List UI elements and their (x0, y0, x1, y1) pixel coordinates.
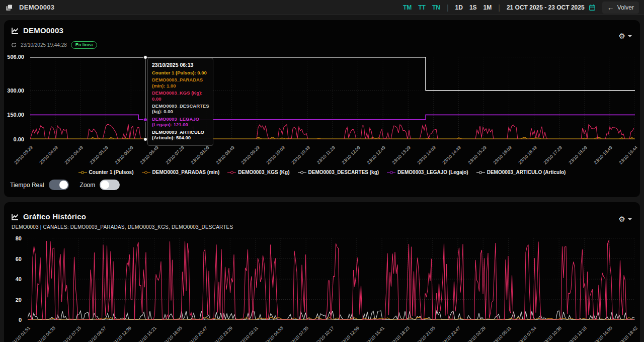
panel-title: Gráfico Histórico (23, 212, 86, 221)
x-tick-label: 21/10 12:39 (112, 325, 133, 342)
interval-button-1m[interactable]: 1M (484, 4, 492, 11)
panel-title: DEMO0003 (23, 26, 63, 35)
tiempo-real-label: Tiempo Real (10, 182, 44, 189)
divider: | (447, 4, 449, 12)
x-tick-label: 21/10 09:57 (87, 325, 107, 342)
x-tick-label: 21/10 23:29 (213, 325, 234, 342)
legend-item[interactable]: DEMO0003_KGS (Kg) (227, 169, 289, 175)
x-tick-label: 22/10 07:35 (289, 325, 310, 342)
x-tick-label: 23/10 12:49 (366, 145, 387, 165)
x-tick-label: 23/10 16:49 (517, 145, 538, 165)
y-tick-label: 300.00 (7, 88, 24, 94)
x-tick-label: 23/10 17:29 (542, 145, 563, 165)
legend-marker-icon (227, 170, 236, 175)
x-tick-label: 23/10 05:29 (89, 145, 110, 165)
x-tick-label: 23/10 14:49 (442, 145, 462, 165)
period-button-tn[interactable]: TN (432, 4, 440, 11)
date-range-picker[interactable]: 21 OCT 2025 - 23 OCT 2025 (507, 4, 596, 11)
tooltip-timestamp: 23/10/2025 06:13 (152, 62, 209, 68)
legend-marker-icon (142, 170, 150, 175)
gear-icon: ⚙ (619, 215, 625, 223)
y-tick-label: 20 (16, 297, 22, 303)
live-chart-plot[interactable] (30, 57, 635, 139)
y-tick-label: 150.00 (7, 112, 24, 118)
legend-marker-icon (78, 170, 87, 175)
legend-label: DEMO0003_KGS (Kg) (238, 169, 289, 175)
x-tick-label: 22/10 12:59 (340, 325, 360, 342)
x-tick-label: 23/10 13:29 (391, 145, 412, 165)
x-axis-labels: 21/10 01:5121/10 04:3321/10 07:1521/10 0… (28, 322, 635, 342)
x-tick-label: 23/10 19:44 (618, 145, 638, 165)
legend-label: DEMO0003_ARTICULO (Articulo) (487, 169, 566, 175)
y-tick-label: 80 (16, 235, 22, 241)
x-tick-label: 23/10 11:29 (316, 145, 336, 165)
x-tick-label: 23/10 06:09 (114, 145, 135, 165)
x-tick-label: 23/10 02:29 (466, 325, 487, 342)
legend-item[interactable]: DEMO0003_ARTICULO (Articulo) (476, 169, 566, 175)
back-arrow-icon: ← (607, 4, 614, 12)
toggle-knob (59, 181, 68, 189)
legend-marker-icon (298, 170, 306, 175)
x-tick-label: 23/10 08:49 (215, 145, 235, 165)
tooltip-row: DEMO0003_PARADAS (min): 1.00 (152, 77, 209, 89)
x-tick-label: 23/10 18:09 (568, 145, 588, 165)
tooltip-row: DEMO0003_DESCARTES (kg): 0.00 (152, 103, 209, 115)
x-tick-label: 23/10 18:49 (593, 145, 613, 165)
y-tick-label: 0.00 (14, 136, 24, 142)
x-tick-label: 23/10 09:29 (240, 145, 261, 165)
back-button[interactable]: ← Volver (602, 2, 639, 14)
tooltip-row: Counter 1 (Pulsos): 0.00 (152, 70, 209, 75)
x-tick-label: 23/10 04:09 (38, 145, 59, 165)
legend-marker-icon (476, 170, 485, 175)
x-tick-label: 21/10 15:21 (137, 325, 158, 342)
legend-item[interactable]: Counter 1 (Pulsos) (78, 169, 134, 175)
line-chart-icon (11, 27, 19, 35)
calendar-icon[interactable] (589, 4, 596, 11)
x-tick-label: 23/10 05:11 (492, 325, 512, 342)
y-tick-label: 0 (19, 317, 22, 323)
x-tick-label: 23/10 12:09 (341, 145, 361, 165)
x-tick-label: 22/10 10:17 (314, 325, 335, 342)
y-tick-label: 40 (16, 276, 22, 282)
zoom-toggle[interactable] (100, 180, 120, 190)
x-tick-label: 23/10 13:18 (568, 325, 588, 342)
legend-item[interactable]: DEMO0003_DESCARTES (kg) (298, 169, 379, 175)
x-tick-label: 22/10 23:47 (441, 325, 461, 342)
chart-settings-button[interactable]: ⚙ (619, 32, 632, 40)
x-tick-label: 22/10 04:53 (264, 325, 284, 342)
chart-legend: Counter 1 (Pulsos)DEMO0003_PARADAS (min)… (4, 169, 640, 175)
x-tick-label: 23/10 16:00 (593, 325, 613, 342)
historic-chart-panel: Gráfico Histórico DEMO0003 | CANALES: DE… (4, 202, 640, 342)
y-axis-labels: 0.00150.00300.00506.00 (4, 57, 27, 139)
chevron-down-icon (628, 35, 632, 37)
historic-chart-plot[interactable] (28, 238, 635, 320)
interval-button-1s[interactable]: 1S (469, 4, 477, 11)
x-tick-label: 23/10 19:42 (618, 325, 638, 342)
chevron-down-icon (628, 218, 632, 220)
chart-settings-button[interactable]: ⚙ (619, 215, 632, 223)
live-chart-panel: DEMO0003 23/10/2025 19:44:28 En línea ⚙ … (4, 20, 640, 197)
legend-label: DEMO0003_DESCARTES (kg) (308, 169, 379, 175)
period-button-tm[interactable]: TM (403, 4, 412, 11)
x-tick-label: 23/10 08:09 (190, 145, 210, 165)
tiempo-real-toggle[interactable] (49, 180, 69, 190)
legend-label: DEMO0003_PARADAS (min) (152, 169, 220, 175)
chart-tooltip: 23/10/2025 06:13 Counter 1 (Pulsos): 0.0… (147, 58, 213, 146)
period-button-tt[interactable]: TT (418, 4, 426, 11)
x-tick-label: 22/10 21:05 (416, 325, 436, 342)
status-badge: En línea (71, 41, 98, 49)
legend-item[interactable]: DEMO0003_LEGAJO (Legajo) (387, 169, 468, 175)
tooltip-row: DEMO0003_KGS (Kg): 0.00 (152, 90, 209, 102)
windows-icon (5, 4, 13, 12)
x-tick-label: 23/10 07:29 (165, 145, 185, 165)
interval-button-1d[interactable]: 1D (455, 4, 463, 11)
page-title: DEMO0003 (19, 4, 54, 11)
hover-point-marker (143, 137, 147, 141)
x-tick-label: 21/10 18:05 (163, 325, 183, 342)
refresh-icon[interactable] (11, 42, 17, 48)
legend-item[interactable]: DEMO0003_PARADAS (min) (142, 169, 220, 175)
legend-marker-icon (387, 170, 395, 175)
topbar: DEMO0003 TM TT TN | 1D 1S 1M | 21 OCT 20… (0, 0, 644, 15)
x-tick-label: 21/10 20:47 (188, 325, 208, 342)
x-tick-label: 22/10 02:11 (238, 325, 259, 342)
